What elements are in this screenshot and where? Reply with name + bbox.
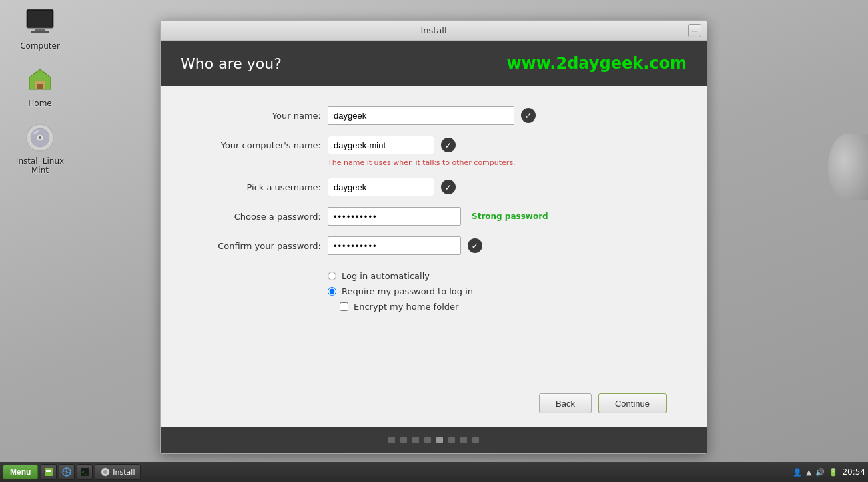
computer-name-row: Your computer's name: ✓ (201, 136, 667, 154)
svg-rect-14 (46, 473, 50, 473)
person-icon: 👤 (793, 468, 802, 477)
minimize-icon: − (691, 25, 699, 36)
files-icon (44, 467, 53, 477)
computer-name-check-icon: ✓ (441, 138, 456, 152)
computer-name-label: Your computer's name: (201, 140, 321, 150)
taskbar-install-label: Install (113, 468, 135, 477)
password-row: Choose a password: Strong password (201, 207, 667, 226)
window-title: Install (167, 25, 700, 35)
desktop: Computer Home (0, 0, 868, 464)
svg-rect-12 (46, 470, 51, 471)
progress-dot-8 (472, 437, 479, 443)
encrypt-label[interactable]: Encrypt my home folder (354, 302, 458, 312)
svg-rect-5 (37, 84, 43, 89)
svg-point-20 (103, 470, 107, 474)
computer-name-input[interactable] (328, 136, 434, 154)
svg-rect-1 (28, 11, 52, 27)
progress-dot-1 (388, 437, 395, 443)
install-window: Install − Who are you? www.2daygeek.com … (160, 20, 707, 454)
clock-time: 20:54 (842, 467, 865, 477)
password-login-radio[interactable] (328, 287, 336, 296)
password-strength-text: Strong password (472, 212, 548, 221)
svg-text:>_: >_ (81, 469, 87, 475)
username-check-icon: ✓ (441, 180, 456, 194)
window-content: Your name: ✓ Your computer's name: ✓ The… (161, 86, 707, 380)
encrypt-checkbox[interactable] (340, 302, 348, 311)
taskbar: Menu >_ Install 👤 ▲ 🔊 (0, 462, 868, 482)
desktop-icon-home[interactable]: Home (13, 64, 67, 108)
your-name-check-icon: ✓ (521, 108, 536, 123)
volume-icon: 🔊 (815, 468, 825, 477)
back-button[interactable]: Back (539, 393, 592, 413)
username-input[interactable] (328, 178, 434, 196)
taskbar-files-button[interactable] (41, 464, 57, 480)
your-name-input[interactable] (328, 106, 514, 125)
encrypt-row: Encrypt my home folder (340, 302, 667, 312)
progress-dot-6 (448, 437, 455, 443)
computer-icon-label: Computer (20, 41, 60, 51)
svg-rect-3 (31, 31, 49, 33)
brand-text: www.2daygeek.com (506, 54, 687, 73)
decorative-globe (828, 134, 868, 200)
password-login-row: Require my password to log in (328, 286, 667, 296)
password-input[interactable] (328, 207, 461, 226)
taskbar-install-app[interactable]: Install (95, 464, 141, 480)
your-name-row: Your name: ✓ (201, 106, 667, 125)
password-login-label[interactable]: Require my password to log in (342, 286, 473, 296)
auto-login-label[interactable]: Log in automatically (342, 271, 430, 281)
confirm-password-label: Confirm your password: (201, 241, 321, 251)
install-icon-label: Install Linux Mint (13, 156, 67, 175)
disc-icon (24, 122, 56, 154)
home-folder-icon (24, 64, 56, 96)
desktop-icon-computer[interactable]: Computer (13, 7, 67, 51)
confirm-password-input[interactable] (328, 236, 461, 255)
browser-icon (62, 467, 71, 477)
password-label: Choose a password: (201, 212, 321, 222)
auto-login-radio[interactable] (328, 272, 336, 280)
auto-login-row: Log in automatically (328, 271, 667, 281)
username-row: Pick a username: ✓ (201, 178, 667, 196)
minimize-button[interactable]: − (688, 24, 701, 37)
progress-dot-5 (436, 437, 443, 443)
svg-rect-2 (35, 29, 45, 31)
home-icon-label: Home (28, 99, 51, 108)
network-icon: ▲ (806, 468, 811, 477)
computer-name-hint: The name it uses when it talks to other … (328, 158, 667, 167)
install-app-icon (101, 467, 110, 477)
window-footer (161, 427, 707, 453)
window-titlebar: Install − (161, 21, 707, 41)
nav-buttons-area: Back Continue (161, 380, 707, 427)
taskbar-terminal-button[interactable]: >_ (77, 464, 93, 480)
window-header: Who are you? www.2daygeek.com (161, 41, 707, 86)
confirm-password-check-icon: ✓ (468, 238, 482, 253)
computer-icon (24, 7, 56, 39)
desktop-icon-install[interactable]: Install Linux Mint (13, 122, 67, 175)
taskbar-browser-button[interactable] (59, 464, 75, 480)
svg-rect-13 (46, 471, 51, 472)
your-name-label: Your name: (201, 111, 321, 121)
terminal-icon: >_ (80, 467, 89, 477)
header-title: Who are you? (181, 55, 282, 72)
window-controls: − (688, 24, 701, 37)
progress-dot-3 (412, 437, 419, 443)
username-label: Pick a username: (201, 182, 321, 192)
system-tray: 👤 ▲ 🔊 🔋 20:54 (793, 467, 865, 477)
progress-dot-7 (460, 437, 467, 443)
confirm-password-row: Confirm your password: ✓ (201, 236, 667, 255)
desktop-icons-container: Computer Home (13, 7, 67, 175)
continue-button[interactable]: Continue (598, 393, 667, 413)
progress-dot-2 (400, 437, 407, 443)
progress-dot-4 (424, 437, 431, 443)
menu-button[interactable]: Menu (3, 465, 38, 479)
battery-icon: 🔋 (829, 468, 838, 477)
svg-point-9 (39, 136, 41, 139)
login-options: Log in automatically Require my password… (328, 271, 667, 312)
